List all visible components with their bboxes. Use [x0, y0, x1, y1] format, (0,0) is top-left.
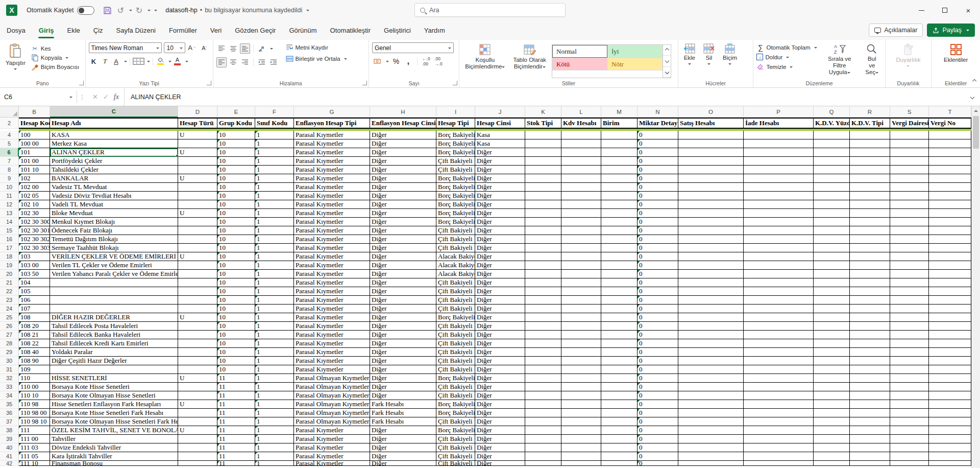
cell-P38[interactable] — [744, 426, 814, 435]
cell-T40[interactable] — [929, 443, 971, 452]
cell-S9[interactable] — [890, 174, 929, 183]
cell-P6[interactable] — [744, 148, 814, 157]
cell-J10[interactable]: Diğer — [475, 183, 525, 192]
cell-P21[interactable] — [744, 278, 814, 287]
cancel-icon[interactable]: ✕ — [92, 93, 98, 101]
cell-Q17[interactable] — [814, 244, 850, 252]
cell-T17[interactable] — [929, 244, 971, 252]
cell-G24[interactable]: Parasal Kıymetler — [294, 305, 370, 313]
cell-P36[interactable] — [744, 409, 814, 417]
cell-M27[interactable] — [601, 331, 638, 339]
cell-B17[interactable]: 102 30 303 — [19, 244, 50, 252]
cell-D9[interactable]: U — [178, 174, 217, 183]
clear-button[interactable]: Temizle — [756, 63, 817, 71]
row-header-14[interactable]: 14 — [0, 218, 19, 226]
cell-C36[interactable]: Borsaya Kote Hisse Senetleri Fark Hesabı — [50, 409, 178, 417]
cell-M38[interactable] — [601, 426, 638, 435]
cell-S41[interactable] — [890, 452, 929, 461]
tab-ciz[interactable]: Çiz — [87, 20, 110, 40]
cell-T30[interactable] — [929, 357, 971, 365]
sort-filter-button[interactable]: AZ Sırala ve Filtre Uygula — [820, 42, 859, 78]
cell-D13[interactable]: U — [178, 209, 217, 218]
cell-J13[interactable]: Diğer — [475, 209, 525, 218]
row-header-21[interactable]: 21 — [0, 278, 19, 287]
format-as-table-button[interactable]: Tablo Olarak Biçimlendir — [510, 42, 549, 78]
cell-D36[interactable] — [178, 409, 217, 417]
cell-H22[interactable]: Diğer — [370, 287, 436, 296]
cell-S17[interactable] — [890, 244, 929, 252]
cell-F42[interactable]: 1 — [255, 461, 294, 466]
cell-B28[interactable]: 108 22 — [19, 339, 50, 348]
cell-D32[interactable]: U — [178, 374, 217, 383]
cell-O2[interactable]: Satış Hesabı — [678, 118, 744, 129]
cell-D22[interactable] — [178, 287, 217, 296]
cell-G6[interactable]: Parasal Kıymetler — [294, 148, 370, 157]
cell-F2[interactable]: Sınıf Kodu — [255, 118, 294, 129]
cell-T6[interactable] — [929, 148, 971, 157]
cell-M14[interactable] — [601, 218, 638, 226]
col-header-I[interactable]: I — [436, 106, 475, 118]
cell-O5[interactable] — [678, 139, 744, 148]
cell-N37[interactable]: 0 — [638, 417, 678, 426]
cell-J31[interactable]: Diğer — [475, 365, 525, 374]
cell-M26[interactable] — [601, 322, 638, 331]
format-painter-button[interactable]: Biçim Boyacısı — [31, 63, 79, 71]
cell-E6[interactable]: 10 — [217, 148, 255, 157]
cell-K27[interactable] — [525, 331, 561, 339]
align-bottom-button[interactable] — [240, 43, 250, 54]
grow-font-button[interactable]: A＾ — [187, 43, 198, 53]
cell-G39[interactable]: Parasal Kıymetler — [294, 435, 370, 443]
cell-I2[interactable]: Hesap Tipi — [436, 118, 475, 129]
cell-P22[interactable] — [744, 287, 814, 296]
cell-C7[interactable]: Portföydeki Çekler — [50, 157, 178, 166]
cell-H35[interactable]: Fark Hesabı — [370, 400, 436, 409]
cell-L21[interactable] — [561, 278, 601, 287]
cell-T11[interactable] — [929, 192, 971, 200]
cell-T20[interactable] — [929, 270, 971, 278]
cell-O17[interactable] — [678, 244, 744, 252]
cell-G21[interactable]: Parasal Kıymetler — [294, 278, 370, 287]
cell-T41[interactable] — [929, 452, 971, 461]
cell-N34[interactable]: 0 — [638, 391, 678, 400]
cell-O40[interactable] — [678, 443, 744, 452]
cell-Q5[interactable] — [814, 139, 850, 148]
cell-D33[interactable] — [178, 383, 217, 391]
cell-E5[interactable]: 10 — [217, 139, 255, 148]
cell-T32[interactable] — [929, 374, 971, 383]
cell-B20[interactable]: 103 50 — [19, 270, 50, 278]
cell-C30[interactable]: Diğer Çeşitli Hazır Değerler — [50, 357, 178, 365]
cell-L34[interactable] — [561, 391, 601, 400]
cell-O12[interactable] — [678, 200, 744, 209]
cell-M21[interactable] — [601, 278, 638, 287]
cell-S8[interactable] — [890, 166, 929, 174]
cell-O36[interactable] — [678, 409, 744, 417]
cell-L20[interactable] — [561, 270, 601, 278]
cell-E40[interactable]: 11 — [217, 443, 255, 452]
cell-I20[interactable]: Alacak Bakiyeli — [436, 270, 475, 278]
cell-Q18[interactable] — [814, 252, 850, 261]
cell-I7[interactable]: Çift Bakiyeli — [436, 157, 475, 166]
cell-F16[interactable]: 1 — [255, 235, 294, 244]
cell-B31[interactable]: 109 — [19, 365, 50, 374]
cell-T13[interactable] — [929, 209, 971, 218]
cell-K42[interactable] — [525, 461, 561, 466]
cell-J19[interactable]: Diğer — [475, 261, 525, 270]
cell-I24[interactable]: Çift Bakiyeli — [436, 305, 475, 313]
cell-N35[interactable]: 0 — [638, 400, 678, 409]
cell-I41[interactable]: Çift Bakiyeli — [436, 452, 475, 461]
cell-M39[interactable] — [601, 435, 638, 443]
cell-D40[interactable] — [178, 443, 217, 452]
insert-function-icon[interactable]: fx — [114, 93, 119, 101]
cell-P28[interactable] — [744, 339, 814, 348]
cell-P10[interactable] — [744, 183, 814, 192]
tab-gozden-gecir[interactable]: Gözden Geçir — [228, 20, 282, 40]
cell-O16[interactable] — [678, 235, 744, 244]
tab-gelistirici[interactable]: Geliştirici — [377, 20, 418, 40]
cell-E18[interactable]: 10 — [217, 252, 255, 261]
cell-R25[interactable] — [850, 313, 890, 322]
cell-O33[interactable] — [678, 383, 744, 391]
cell-O4[interactable] — [678, 131, 744, 139]
row-header-32[interactable]: 32 — [0, 374, 19, 383]
cell-D25[interactable]: U — [178, 313, 217, 322]
cell-T19[interactable] — [929, 261, 971, 270]
